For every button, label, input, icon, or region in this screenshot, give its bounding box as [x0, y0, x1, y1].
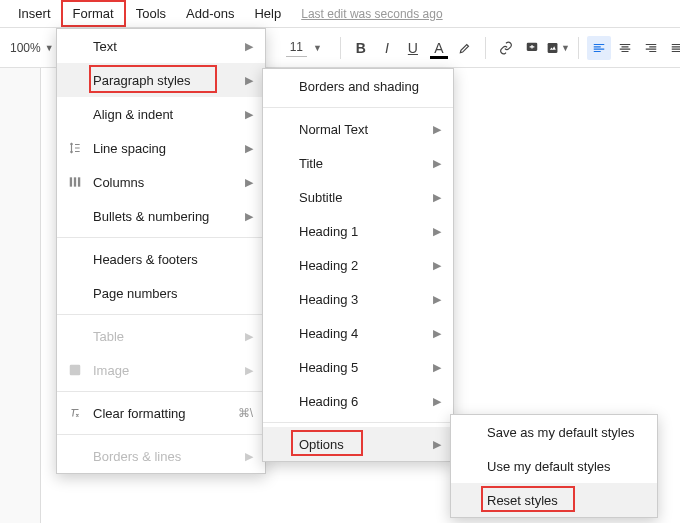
svg-rect-1 — [548, 43, 558, 53]
clear-formatting-icon — [67, 405, 83, 421]
chevron-right-icon: ▶ — [433, 123, 441, 136]
menu-item-clear-formatting[interactable]: Clear formatting ⌘\ — [57, 396, 265, 430]
menu-item-align-indent[interactable]: Align & indent ▶ — [57, 97, 265, 131]
menu-item-heading-3[interactable]: Heading 3 ▶ — [263, 282, 453, 316]
underline-button[interactable]: U — [401, 36, 425, 60]
menu-item-paragraph-styles[interactable]: Paragraph styles ▶ — [57, 63, 265, 97]
text-color-button[interactable]: A — [427, 36, 451, 60]
menu-item-table: Table ▶ — [57, 319, 265, 353]
menu-item-headers-footers[interactable]: Headers & footers — [57, 242, 265, 276]
menu-item-line-spacing[interactable]: Line spacing ▶ — [57, 131, 265, 165]
chevron-right-icon: ▶ — [245, 74, 253, 87]
paragraph-styles-submenu: Borders and shading Normal Text ▶ Title … — [262, 68, 454, 462]
chevron-right-icon: ▶ — [433, 327, 441, 340]
chevron-down-icon: ▼ — [561, 43, 570, 53]
chevron-right-icon: ▶ — [433, 293, 441, 306]
chevron-right-icon: ▶ — [433, 438, 441, 451]
link-icon — [499, 41, 513, 55]
format-menu: Text ▶ Paragraph styles ▶ Align & indent… — [56, 28, 266, 474]
menu-item-heading-6[interactable]: Heading 6 ▶ — [263, 384, 453, 418]
menu-item-bullets-numbering[interactable]: Bullets & numbering ▶ — [57, 199, 265, 233]
svg-rect-2 — [70, 177, 72, 186]
menu-item-options[interactable]: Options ▶ — [263, 427, 453, 461]
chevron-right-icon: ▶ — [433, 225, 441, 238]
chevron-right-icon: ▶ — [245, 210, 253, 223]
chevron-right-icon: ▶ — [245, 364, 253, 377]
align-right-button[interactable] — [639, 36, 663, 60]
menu-item-columns[interactable]: Columns ▶ — [57, 165, 265, 199]
svg-rect-4 — [78, 177, 80, 186]
align-center-icon — [618, 41, 632, 55]
chevron-right-icon: ▶ — [245, 40, 253, 53]
image-icon — [546, 41, 559, 55]
menu-item-title[interactable]: Title ▶ — [263, 146, 453, 180]
menu-format[interactable]: Format — [61, 0, 126, 27]
menu-item-page-numbers[interactable]: Page numbers — [57, 276, 265, 310]
menu-item-heading-2[interactable]: Heading 2 ▶ — [263, 248, 453, 282]
add-comment-button[interactable] — [520, 36, 544, 60]
menu-item-reset-styles[interactable]: Reset styles — [451, 483, 657, 517]
zoom-value: 100% — [10, 41, 41, 55]
menu-item-heading-4[interactable]: Heading 4 ▶ — [263, 316, 453, 350]
image-icon — [67, 362, 83, 378]
menu-item-subtitle[interactable]: Subtitle ▶ — [263, 180, 453, 214]
line-spacing-icon — [67, 140, 83, 156]
svg-rect-5 — [70, 365, 81, 376]
zoom-select[interactable]: 100% ▼ — [4, 37, 60, 59]
menu-item-use-default-styles[interactable]: Use my default styles — [451, 449, 657, 483]
highlighter-icon — [458, 41, 472, 55]
menu-item-heading-1[interactable]: Heading 1 ▶ — [263, 214, 453, 248]
chevron-right-icon: ▶ — [433, 191, 441, 204]
menubar: Insert Format Tools Add-ons Help Last ed… — [0, 0, 680, 28]
highlight-button[interactable] — [453, 36, 477, 60]
insert-image-button[interactable]: ▼ — [546, 36, 570, 60]
last-edit-link[interactable]: Last edit was seconds ago — [301, 7, 442, 21]
chevron-right-icon: ▶ — [433, 157, 441, 170]
align-right-icon — [644, 41, 658, 55]
chevron-right-icon: ▶ — [245, 450, 253, 463]
menu-item-borders-lines: Borders & lines ▶ — [57, 439, 265, 473]
align-left-icon — [592, 41, 606, 55]
chevron-right-icon: ▶ — [433, 361, 441, 374]
chevron-right-icon: ▶ — [245, 176, 253, 189]
chevron-right-icon: ▶ — [245, 330, 253, 343]
align-justify-button[interactable] — [665, 36, 680, 60]
insert-link-button[interactable] — [494, 36, 518, 60]
chevron-right-icon: ▶ — [433, 259, 441, 272]
chevron-down-icon: ▼ — [313, 43, 322, 53]
comment-plus-icon — [525, 41, 539, 55]
align-justify-icon — [670, 41, 680, 55]
columns-icon — [67, 174, 83, 190]
font-size-control[interactable]: 11 ▼ — [286, 38, 322, 57]
bold-button[interactable]: B — [349, 36, 373, 60]
italic-button[interactable]: I — [375, 36, 399, 60]
menu-item-image: Image ▶ — [57, 353, 265, 387]
menu-item-heading-5[interactable]: Heading 5 ▶ — [263, 350, 453, 384]
menu-tools[interactable]: Tools — [126, 2, 176, 25]
svg-rect-3 — [74, 177, 76, 186]
menu-item-normal-text[interactable]: Normal Text ▶ — [263, 112, 453, 146]
chevron-right-icon: ▶ — [245, 142, 253, 155]
menu-item-text[interactable]: Text ▶ — [57, 29, 265, 63]
font-size-value: 11 — [286, 38, 307, 57]
align-left-button[interactable] — [587, 36, 611, 60]
menu-help[interactable]: Help — [244, 2, 291, 25]
clear-formatting-shortcut: ⌘\ — [238, 406, 253, 420]
menu-insert[interactable]: Insert — [8, 2, 61, 25]
align-center-button[interactable] — [613, 36, 637, 60]
menu-item-borders-shading[interactable]: Borders and shading — [263, 69, 453, 103]
chevron-down-icon: ▼ — [45, 43, 54, 53]
menu-addons[interactable]: Add-ons — [176, 2, 244, 25]
menu-item-save-default-styles[interactable]: Save as my default styles — [451, 415, 657, 449]
options-submenu: Save as my default styles Use my default… — [450, 414, 658, 518]
chevron-right-icon: ▶ — [433, 395, 441, 408]
chevron-right-icon: ▶ — [245, 108, 253, 121]
